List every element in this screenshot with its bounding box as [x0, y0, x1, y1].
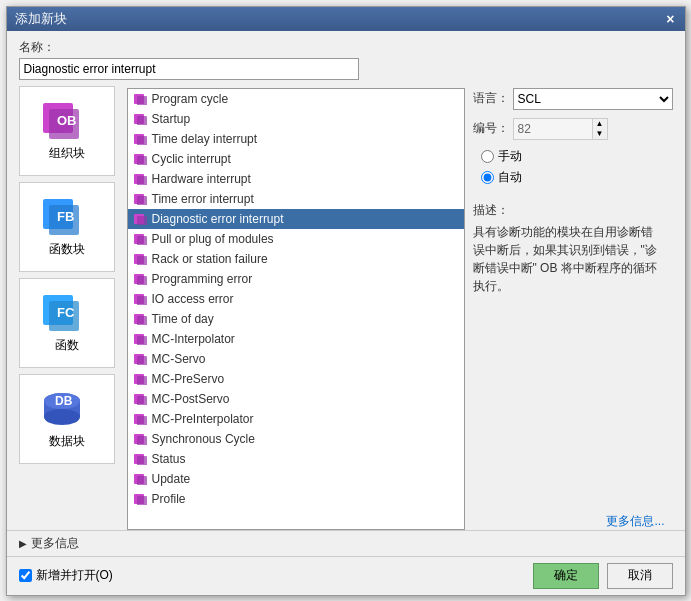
spin-up-button[interactable]: ▲	[593, 119, 607, 129]
fc-block-button[interactable]: FC 函数	[19, 278, 115, 368]
cancel-button[interactable]: 取消	[607, 563, 673, 589]
svg-rect-53	[137, 476, 147, 485]
db-block-button[interactable]: DB 数据块	[19, 374, 115, 464]
list-item[interactable]: MC-PreServo	[128, 369, 464, 389]
list-item[interactable]: MC-PostServo	[128, 389, 464, 409]
list-item[interactable]: Rack or station failure	[128, 249, 464, 269]
list-item-label: MC-Servo	[152, 352, 206, 366]
list-item[interactable]: MC-Servo	[128, 349, 464, 369]
list-item[interactable]: Pull or plug of modules	[128, 229, 464, 249]
new-and-open-label: 新增并打开(O)	[19, 567, 525, 584]
language-row: 语言： SCL LAD FBD STL	[473, 88, 673, 110]
block-list-icon	[134, 373, 148, 385]
more-info-section[interactable]: ▶ 更多信息	[7, 530, 685, 556]
svg-rect-37	[137, 316, 147, 325]
ob-block-button[interactable]: OB 组织块	[19, 86, 115, 176]
list-item-label: Diagnostic error interrupt	[152, 212, 284, 226]
more-info-link[interactable]: 更多信息...	[606, 513, 664, 530]
svg-rect-19	[137, 136, 147, 145]
manual-radio[interactable]	[481, 150, 494, 163]
svg-text:FC: FC	[57, 305, 75, 320]
block-type-list[interactable]: Program cycleStartupTime delay interrupt…	[127, 88, 465, 530]
list-item[interactable]: Programming error	[128, 269, 464, 289]
svg-text:DB: DB	[55, 394, 73, 408]
list-item[interactable]: MC-Interpolator	[128, 329, 464, 349]
list-item[interactable]: Time of day	[128, 309, 464, 329]
list-item[interactable]: Synchronous Cycle	[128, 429, 464, 449]
block-list-icon	[134, 233, 148, 245]
spin-arrows: ▲ ▼	[593, 118, 608, 140]
number-spinner: ▲ ▼	[513, 118, 673, 140]
list-item-label: Time error interrupt	[152, 192, 254, 206]
block-list-icon	[134, 153, 148, 165]
list-item[interactable]: Status	[128, 449, 464, 469]
block-list-icon	[134, 93, 148, 105]
new-and-open-checkbox[interactable]	[19, 569, 32, 582]
ob-label: 组织块	[49, 145, 85, 162]
auto-radio[interactable]	[481, 171, 494, 184]
block-list-icon	[134, 453, 148, 465]
list-item[interactable]: Hardware interrupt	[128, 169, 464, 189]
list-item-label: Programming error	[152, 272, 253, 286]
list-item-label: Status	[152, 452, 186, 466]
svg-rect-43	[137, 376, 147, 385]
desc-text: 具有诊断功能的模块在自用诊断错误中断后，如果其识别到错误，"诊断错误中断" OB…	[473, 223, 663, 295]
list-item[interactable]: Startup	[128, 109, 464, 129]
new-and-open-text: 新增并打开(O)	[36, 567, 113, 584]
list-item-label: MC-PostServo	[152, 392, 230, 406]
name-label: 名称：	[19, 39, 673, 56]
fb-block-button[interactable]: FB 函数块	[19, 182, 115, 272]
block-list-icon	[134, 253, 148, 265]
fc-label: 函数	[55, 337, 79, 354]
list-item[interactable]: Profile	[128, 489, 464, 509]
list-item[interactable]: Time error interrupt	[128, 189, 464, 209]
block-list-icon	[134, 173, 148, 185]
spin-down-button[interactable]: ▼	[593, 129, 607, 139]
svg-point-11	[44, 409, 80, 425]
list-item[interactable]: MC-PreInterpolator	[128, 409, 464, 429]
block-list-icon	[134, 193, 148, 205]
close-button[interactable]: ×	[664, 11, 676, 27]
more-info-section-label: 更多信息	[31, 535, 79, 552]
list-item-label: Rack or station failure	[152, 252, 268, 266]
svg-rect-47	[137, 416, 147, 425]
list-item[interactable]: Time delay interrupt	[128, 129, 464, 149]
list-item[interactable]: Program cycle	[128, 89, 464, 109]
svg-rect-29	[137, 236, 147, 245]
fc-icon: FC	[41, 291, 93, 333]
list-item-label: Time of day	[152, 312, 214, 326]
list-item-label: Program cycle	[152, 92, 229, 106]
block-list-icon	[134, 393, 148, 405]
number-input[interactable]	[513, 118, 593, 140]
db-icon: DB	[41, 387, 93, 429]
svg-rect-41	[137, 356, 147, 365]
svg-rect-27	[137, 216, 147, 225]
svg-rect-17	[137, 116, 147, 125]
svg-rect-55	[137, 496, 147, 505]
block-list-icon	[134, 293, 148, 305]
list-item-label: Profile	[152, 492, 186, 506]
list-item[interactable]: Cyclic interrupt	[128, 149, 464, 169]
list-item[interactable]: IO access error	[128, 289, 464, 309]
mode-radio-group: 手动 自动	[481, 148, 673, 186]
language-select[interactable]: SCL LAD FBD STL	[513, 88, 673, 110]
ok-button[interactable]: 确定	[533, 563, 599, 589]
list-item-label: Pull or plug of modules	[152, 232, 274, 246]
block-list-icon	[134, 353, 148, 365]
bottom-bar: 新增并打开(O) 确定 取消	[7, 556, 685, 595]
manual-label: 手动	[498, 148, 522, 165]
svg-rect-39	[137, 336, 147, 345]
middle-panel: Program cycleStartupTime delay interrupt…	[127, 86, 465, 530]
ob-icon: OB	[41, 99, 93, 141]
svg-rect-23	[137, 176, 147, 185]
block-list-icon	[134, 473, 148, 485]
db-label: 数据块	[49, 433, 85, 450]
list-item[interactable]: Update	[128, 469, 464, 489]
list-item-label: Hardware interrupt	[152, 172, 251, 186]
svg-rect-49	[137, 436, 147, 445]
svg-rect-15	[137, 96, 147, 105]
list-item[interactable]: Diagnostic error interrupt	[128, 209, 464, 229]
svg-rect-21	[137, 156, 147, 165]
block-list-icon	[134, 273, 148, 285]
name-input[interactable]	[19, 58, 359, 80]
